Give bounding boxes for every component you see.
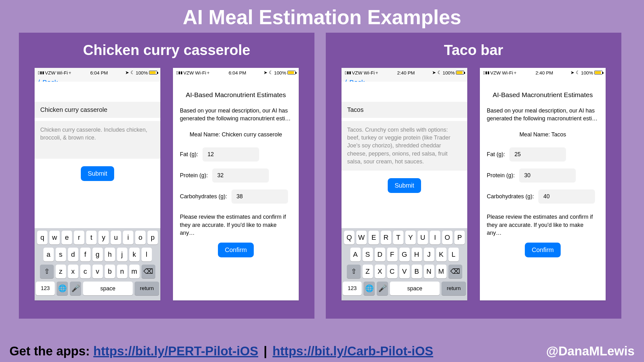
carbs-value-input[interactable]: 38 <box>231 189 288 204</box>
ios-keyboard[interactable]: QWERTYUIOPASDFGHJKL⇧ZXCVBNM⌫123🌐🎤spacere… <box>341 228 467 300</box>
status-time: 2:40 PM <box>536 70 553 75</box>
key-t[interactable]: T <box>393 231 403 244</box>
back-button-peek[interactable]: ⟨ Back <box>35 77 160 82</box>
meal-desc-input[interactable]: Chicken curry casserole. Includes chicke… <box>35 121 160 159</box>
link-carb-pilot[interactable]: https://bit.ly/Carb-Pilot-iOS <box>273 344 433 358</box>
mic-key[interactable]: 🎤 <box>70 282 81 295</box>
key-u[interactable]: u <box>111 231 121 244</box>
shift-key[interactable]: ⇧ <box>40 265 54 278</box>
submit-button[interactable]: Submit <box>388 178 421 193</box>
numbers-key[interactable]: 123 <box>36 282 55 295</box>
shift-key[interactable]: ⇧ <box>347 265 361 278</box>
globe-key[interactable]: 🌐 <box>364 282 375 295</box>
key-l[interactable]: L <box>448 248 459 261</box>
key-v[interactable]: v <box>92 265 103 278</box>
confirm-button[interactable]: Confirm <box>525 243 561 257</box>
key-e[interactable]: E <box>369 231 379 244</box>
key-i[interactable]: I <box>430 231 440 244</box>
status-time: 6:04 PM <box>90 70 108 75</box>
key-s[interactable]: s <box>56 248 66 261</box>
key-c[interactable]: C <box>387 265 397 278</box>
backspace-key[interactable]: ⌫ <box>448 265 462 278</box>
footer: Get the apps: https://bit.ly/PERT-Pilot-… <box>0 344 644 358</box>
key-p[interactable]: p <box>147 231 158 244</box>
protein-value-input[interactable]: 32 <box>212 168 269 183</box>
key-x[interactable]: x <box>68 265 78 278</box>
key-h[interactable]: H <box>412 248 422 261</box>
meal-name-label: Meal Name: Tacos <box>480 129 606 145</box>
status-time: 2:40 PM <box>397 70 415 75</box>
key-p[interactable]: P <box>454 231 465 244</box>
estimate-sub: Based on your meal description, our AI h… <box>173 105 299 129</box>
meal-title-input[interactable]: Tacos <box>341 102 467 118</box>
key-q[interactable]: Q <box>344 231 354 244</box>
key-d[interactable]: d <box>68 248 78 261</box>
footer-prefix: Get the apps: <box>9 344 93 358</box>
key-o[interactable]: o <box>135 231 146 244</box>
key-n[interactable]: N <box>424 265 434 278</box>
backspace-key[interactable]: ⌫ <box>142 265 155 278</box>
key-t[interactable]: t <box>86 231 97 244</box>
key-z[interactable]: Z <box>363 265 373 278</box>
meal-desc-input[interactable]: Tacos. Crunchy corn shells with options:… <box>341 121 467 171</box>
key-c[interactable]: c <box>80 265 91 278</box>
protein-value-input[interactable]: 30 <box>519 168 576 183</box>
link-pert-pilot[interactable]: https://bit.ly/PERT-Pilot-iOS <box>93 344 258 358</box>
carbs-value-input[interactable]: 40 <box>538 189 595 204</box>
key-s[interactable]: S <box>363 248 373 261</box>
key-d[interactable]: D <box>375 248 385 261</box>
key-x[interactable]: X <box>375 265 385 278</box>
key-l[interactable]: l <box>142 248 152 261</box>
key-w[interactable]: w <box>49 231 60 244</box>
key-q[interactable]: q <box>37 231 47 244</box>
mic-key[interactable]: 🎤 <box>377 282 388 295</box>
key-f[interactable]: F <box>387 248 397 261</box>
key-r[interactable]: R <box>381 231 391 244</box>
key-f[interactable]: f <box>80 248 91 261</box>
signal-icon: ▯▮▮ <box>483 70 490 75</box>
globe-key[interactable]: 🌐 <box>57 282 68 295</box>
numbers-key[interactable]: 123 <box>343 282 362 295</box>
return-key[interactable]: return <box>441 282 466 295</box>
status-bar: ▯▮▮ VZW Wi-Fi ᯤ 6:04 PM ➤ ☾ 100% <box>35 68 160 77</box>
battery-icon <box>149 71 157 74</box>
location-icon: ➤ <box>570 70 575 75</box>
location-icon: ➤ <box>125 70 129 75</box>
key-b[interactable]: B <box>412 265 422 278</box>
key-a[interactable]: A <box>350 248 361 261</box>
key-k[interactable]: k <box>129 248 140 261</box>
key-w[interactable]: W <box>356 231 367 244</box>
fat-value-input[interactable]: 25 <box>509 147 566 162</box>
fat-value-input[interactable]: 12 <box>203 147 259 162</box>
key-h[interactable]: h <box>105 248 115 261</box>
key-n[interactable]: n <box>117 265 127 278</box>
key-g[interactable]: G <box>399 248 410 261</box>
return-key[interactable]: return <box>135 282 159 295</box>
key-r[interactable]: r <box>74 231 84 244</box>
space-key[interactable]: space <box>390 282 440 295</box>
key-m[interactable]: m <box>129 265 140 278</box>
key-b[interactable]: b <box>105 265 115 278</box>
meal-title-input[interactable]: Chicken curry casserole <box>35 102 160 118</box>
key-u[interactable]: U <box>418 231 428 244</box>
space-key[interactable]: space <box>83 282 133 295</box>
key-i[interactable]: i <box>123 231 133 244</box>
key-m[interactable]: M <box>436 265 447 278</box>
key-k[interactable]: K <box>436 248 447 261</box>
key-y[interactable]: Y <box>405 231 416 244</box>
key-j[interactable]: j <box>117 248 127 261</box>
key-a[interactable]: a <box>43 248 54 261</box>
key-o[interactable]: O <box>442 231 452 244</box>
battery-icon <box>287 71 296 74</box>
key-g[interactable]: g <box>92 248 103 261</box>
submit-button[interactable]: Submit <box>81 166 114 181</box>
key-y[interactable]: y <box>98 231 109 244</box>
key-e[interactable]: e <box>62 231 72 244</box>
key-z[interactable]: z <box>56 265 66 278</box>
ios-keyboard[interactable]: qwertyuiopasdfghjkl⇧zxcvbnm⌫123🌐🎤spacere… <box>35 228 160 300</box>
key-j[interactable]: J <box>424 248 434 261</box>
key-v[interactable]: V <box>399 265 410 278</box>
signal-icon: ▯▮▮ <box>345 70 351 75</box>
back-button-peek[interactable]: ⟨ Back <box>341 77 467 82</box>
confirm-button[interactable]: Confirm <box>218 243 254 257</box>
